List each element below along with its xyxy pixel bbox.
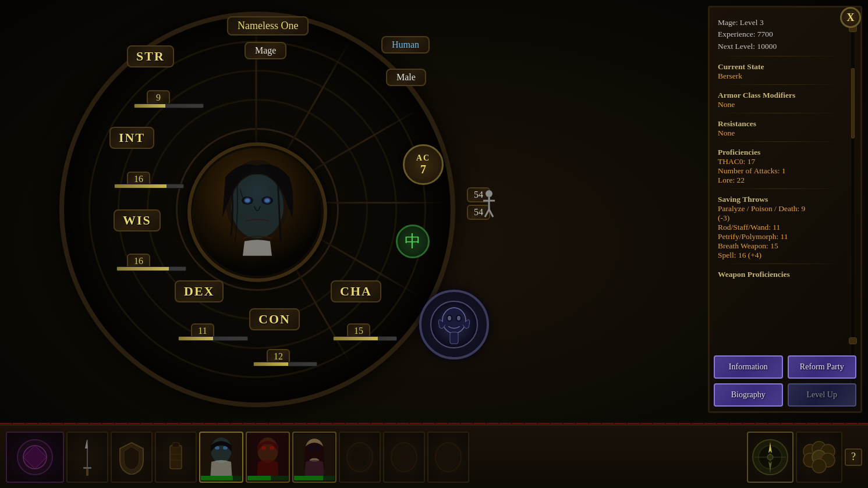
svg-point-22	[457, 316, 460, 320]
svg-point-54	[435, 443, 461, 472]
biography-button[interactable]: Biography	[714, 383, 783, 407]
character-name: Nameless One	[227, 16, 309, 35]
portrait-slot-2[interactable]	[246, 432, 290, 483]
armor-value: None	[718, 100, 841, 109]
str-bar	[134, 104, 204, 108]
wis-bar	[116, 266, 186, 271]
num-attacks-value: Number of Attacks: 1	[718, 166, 841, 176]
character-race: Human	[381, 36, 430, 54]
lore-value: Lore: 22	[718, 176, 841, 185]
cha-label: CHA	[331, 280, 381, 302]
separator-6	[718, 263, 841, 264]
save5-value: Spell: 16 (+4)	[718, 251, 841, 260]
dex-bar	[178, 336, 248, 341]
character-portrait	[187, 143, 327, 282]
proficiencies-label: Proficiencies	[718, 148, 841, 157]
svg-point-68	[812, 459, 826, 473]
portrait-1-icon	[201, 434, 242, 480]
separator-1	[718, 56, 841, 56]
character-class: Mage	[245, 42, 286, 59]
compass-icon	[750, 437, 791, 478]
svg-point-48	[316, 447, 320, 450]
scroll-bottom[interactable]	[849, 337, 857, 344]
svg-rect-50	[294, 476, 323, 480]
saving-throws-label: Saving Throws	[718, 195, 841, 204]
con-bar	[253, 362, 317, 366]
experience-info: Experience: 7700	[718, 30, 773, 38]
next-level-info: Next Level: 10000	[718, 42, 777, 51]
separator-4	[718, 141, 841, 142]
svg-point-47	[309, 447, 313, 450]
level-up-button[interactable]: Level Up	[788, 383, 857, 407]
thac0-value: THAC0: 17	[718, 157, 841, 166]
svg-point-42	[270, 446, 274, 450]
svg-rect-28	[86, 469, 88, 476]
con-label: CON	[249, 308, 300, 330]
resistances-label: Resistances	[718, 119, 841, 129]
separator-2	[718, 84, 841, 85]
item3-icon	[164, 440, 187, 475]
svg-point-41	[261, 446, 266, 450]
svg-rect-23	[450, 332, 458, 344]
current-state-value: Berserk	[718, 72, 841, 81]
svg-rect-27	[83, 467, 91, 469]
scroll-thumb[interactable]	[851, 68, 855, 139]
save3-value: Petrify/Polymorph: 11	[718, 232, 841, 241]
svg-line-15	[485, 209, 489, 217]
party-symbol	[428, 298, 480, 351]
save2-value: Rod/Staff/Wand: 11	[718, 223, 841, 232]
portrait-slot-3[interactable]	[292, 432, 336, 483]
bottom-slot-empty-2[interactable]	[383, 432, 425, 483]
int-label: INT	[109, 127, 154, 149]
portrait-face	[193, 148, 321, 276]
ac-badge: AC 7	[403, 144, 444, 185]
bottom-slot-empty-1[interactable]	[339, 432, 381, 483]
empty-slot-3-icon	[431, 437, 466, 478]
sword-icon	[82, 437, 93, 478]
chi-badge: 中	[396, 225, 430, 258]
armor-label: Armor Class Modifiers	[718, 91, 841, 100]
party-badge	[419, 290, 489, 359]
dex-label: DEX	[175, 280, 224, 302]
dex-bar-fill	[179, 337, 213, 340]
shield-icon	[117, 440, 146, 475]
question-button[interactable]: ?	[845, 448, 862, 466]
close-button[interactable]: X	[840, 7, 861, 28]
button-panel: Information Reform Party Biography Level…	[708, 350, 862, 412]
str-label: STR	[127, 45, 174, 67]
character-gender: Male	[386, 69, 426, 86]
bottom-slot-shield[interactable]	[111, 432, 153, 483]
hp-figure-area	[466, 180, 512, 227]
svg-point-12	[486, 190, 493, 197]
weapon-prof-label: Weapon Proficiencies	[718, 270, 841, 279]
svg-rect-38	[201, 476, 233, 480]
svg-line-16	[489, 209, 493, 217]
wis-bar-fill	[117, 267, 169, 270]
bottom-slot-item3[interactable]	[155, 432, 197, 483]
svg-rect-44	[247, 476, 271, 480]
wis-label: WIS	[114, 209, 161, 231]
bottom-slot-sword[interactable]	[66, 432, 108, 483]
information-button[interactable]: Information	[714, 355, 783, 379]
portrait-slot-1[interactable]	[199, 432, 243, 483]
coin-slot[interactable]	[796, 432, 842, 483]
resistances-value: None	[718, 129, 841, 138]
reform-party-button[interactable]: Reform Party	[788, 355, 857, 379]
svg-point-18	[442, 308, 466, 333]
save1b-value: (-3)	[718, 213, 841, 223]
portrait-2-icon	[247, 434, 288, 480]
cha-bar	[333, 336, 397, 341]
current-state-label: Current State	[718, 62, 841, 72]
bottom-slot-1[interactable]	[6, 432, 64, 483]
str-bar-fill	[134, 104, 165, 108]
con-bar-fill	[254, 362, 288, 366]
level-info: Mage: Level 3	[718, 18, 764, 27]
hp-figure-icon	[480, 189, 498, 218]
compass-slot[interactable]	[747, 432, 793, 483]
save1-value: Paralyze / Poison / Death: 9	[718, 204, 841, 213]
bottom-slot-empty-3[interactable]	[427, 432, 469, 483]
scroll-track	[851, 32, 855, 387]
svg-point-21	[448, 316, 451, 320]
coin-icon	[799, 437, 839, 478]
panel-content: Mage: Level 3 Experience: 7700 Next Leve…	[718, 17, 852, 279]
